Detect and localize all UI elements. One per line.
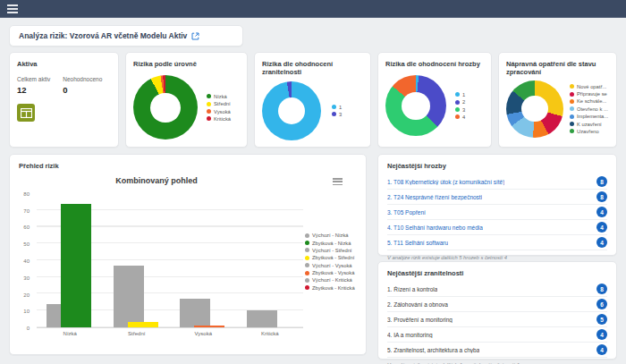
legend-dot — [305, 271, 309, 275]
legend-dot — [570, 114, 574, 119]
legend-label: 3 — [462, 107, 465, 113]
chart-menu-icon[interactable] — [333, 178, 343, 186]
bar-vychozi-stredni — [114, 266, 144, 327]
count-badge: 4 — [596, 237, 607, 248]
threat-link[interactable]: 3. T05 Popření — [387, 209, 426, 216]
x-axis-labels: Nízká Střední Vysoká Kritická — [37, 331, 303, 336]
list-item: 1. T08 Kybernetický útok (z komunikační … — [387, 174, 607, 190]
assets-card: Aktiva Celkem aktiv 12 Neohodnoceno 0 — [9, 52, 119, 148]
vulnerability-rating-legend: 1 3 — [332, 103, 342, 118]
list-item: 1. Řízení a kontrola8 — [387, 282, 607, 297]
list-item: 2. T24 Nesprávné řízení bezpečnosti8 — [387, 190, 607, 205]
y-tick: 60 — [23, 224, 30, 230]
legend-dot — [207, 94, 211, 98]
bar-group-kriticka — [237, 194, 304, 327]
bar-chart-plot — [37, 194, 303, 328]
assets-card-title: Aktiva — [17, 60, 111, 68]
legend-dot — [207, 116, 211, 121]
legend-label: Výchozí - Kritická — [312, 277, 352, 283]
bar-vychozi-vysoka — [180, 299, 210, 327]
list-item: 4. IA a monitoring4 — [387, 327, 607, 343]
legend-label: Zbytková - Střední — [312, 255, 354, 260]
y-tick: 10 — [23, 309, 30, 314]
risk-level-card-title: Rizika podle úrovně — [133, 60, 240, 68]
threat-rating-legend: 1 2 3 4 — [455, 91, 465, 122]
top-navbar — [0, 0, 626, 18]
threat-link[interactable]: 5. T11 Selhání softwaru — [387, 240, 448, 246]
count-badge: 8 — [596, 284, 607, 294]
y-tick: 50 — [23, 241, 30, 247]
legend-dot — [570, 92, 574, 97]
corrective-measures-donut-chart — [506, 80, 563, 138]
top-threats-card: Nejčastější hrozby 1. T08 Kybernetický ú… — [377, 154, 617, 256]
bar-chart-legend: Výchozí - Nízká Zbytková - Nízká Výchozí… — [305, 232, 355, 292]
list-item: 3. Prověření a monitoring5 — [387, 312, 607, 327]
asset-table-icon[interactable] — [17, 104, 35, 122]
menu-hamburger-icon[interactable] — [7, 4, 18, 13]
legend-label: Výchozí - Vysoká — [312, 263, 352, 268]
count-badge: 4 — [596, 344, 607, 355]
y-axis-labels: 80 70 60 50 40 30 20 10 0 — [13, 194, 33, 328]
legend-dot — [455, 92, 460, 97]
legend-dot — [305, 285, 309, 290]
legend-label: K uzavření — [577, 122, 602, 127]
corrective-measures-card: Nápravná opatření dle stavu zpracování N… — [498, 52, 617, 148]
legend-label: Nízká — [214, 94, 227, 99]
list-item: 5. Zranitelnost, architektura a chyba4 — [387, 343, 607, 358]
legend-dot — [305, 278, 309, 283]
count-badge: 8 — [596, 191, 607, 202]
legend-dot — [570, 129, 574, 133]
bar-zbytkova-nizka — [61, 204, 91, 327]
legend-label: 4 — [462, 114, 465, 120]
vulnerability-rating-card: Rizika dle ohodnocení zranitelnosti 1 3 — [254, 52, 371, 148]
legend-dot — [305, 248, 309, 252]
vulnerability-label: 1. Řízení a kontrola — [387, 286, 437, 292]
assets-total-value: 12 — [17, 85, 50, 95]
legend-dot — [570, 122, 574, 126]
vulnerability-label: 3. Prověření a monitoring — [387, 317, 453, 323]
dashboard-root: Analýza rizik: Vzorová AR včetně Modelu … — [0, 0, 626, 364]
risk-level-legend: Nízká Střední Vysoká Kritická — [207, 93, 231, 123]
list-item: 5. T11 Selhání softwaru4 — [387, 235, 607, 250]
threat-link[interactable]: 1. T08 Kybernetický útok (z komunikační … — [387, 179, 504, 185]
threat-link[interactable]: 4. T10 Selhání hardwaru nebo média — [387, 224, 483, 231]
y-tick: 80 — [23, 191, 30, 197]
count-badge: 5 — [596, 314, 607, 325]
x-tick: Střední — [104, 331, 171, 336]
legend-dot — [305, 263, 309, 267]
legend-label: Ke schvále... — [577, 98, 606, 104]
legend-label: Otevřeno k ... — [577, 106, 608, 112]
assets-unrated-label: Neohodnoceno — [63, 76, 102, 82]
legend-dot — [455, 100, 460, 105]
legend-dot — [332, 112, 336, 116]
corrective-measures-legend: Nové opatř... Připravuje se Ke schvále..… — [570, 82, 608, 135]
vulnerability-rating-card-title: Rizika dle ohodnocení zranitelnosti — [262, 60, 360, 77]
legend-label: Střední — [214, 101, 231, 106]
count-badge: 6 — [596, 299, 607, 309]
analysis-title-card: Analýza rizik: Vzorová AR včetně Modelu … — [9, 25, 243, 47]
assets-total: Celkem aktiv 12 — [17, 76, 50, 95]
assets-unrated-value: 0 — [63, 85, 102, 95]
assets-unrated: Neohodnoceno 0 — [63, 76, 102, 95]
legend-label: 3 — [339, 112, 342, 117]
combined-chart-title: Kombinovaný pohled — [10, 176, 303, 185]
legend-label: 1 — [462, 92, 465, 97]
list-item: 3. T05 Popření4 — [387, 205, 607, 220]
legend-label: 2 — [462, 99, 465, 105]
risk-overview-card: Přehled rizik Kombinovaný pohled 80 70 6… — [9, 154, 367, 355]
risk-level-donut-chart — [133, 75, 198, 140]
threat-link[interactable]: 2. T24 Nesprávné řízení bezpečnosti — [387, 194, 482, 200]
top-vulnerabilities-card: Nejčastější zranitelnosti 1. Řízení a ko… — [377, 261, 617, 360]
vulnerability-rating-donut-chart — [262, 81, 321, 140]
external-link-icon[interactable] — [191, 32, 199, 40]
y-tick: 70 — [23, 208, 30, 214]
threat-rating-card: Rizika dle ohodnocení hrozby 1 2 3 4 — [377, 52, 492, 148]
list-item: 4. T10 Selhání hardwaru nebo média4 — [387, 220, 607, 235]
legend-dot — [570, 106, 574, 111]
list-item: 2. Zálohování a obnova6 — [387, 297, 607, 312]
bar-group-stredni — [104, 194, 171, 327]
legend-label: 1 — [339, 105, 342, 110]
page-title: Analýza rizik: Vzorová AR včetně Modelu … — [19, 31, 187, 40]
legend-label: Připravuje se — [577, 91, 607, 97]
threat-rating-donut-chart — [385, 75, 446, 136]
